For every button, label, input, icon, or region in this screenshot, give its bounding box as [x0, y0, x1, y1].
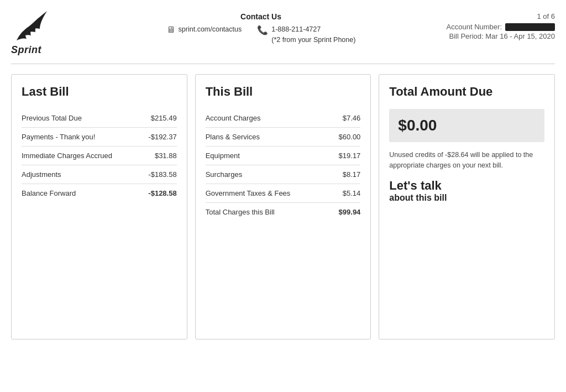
- this-bill-line: Plans & Services$60.00: [206, 128, 361, 147]
- bill-line-value: -$128.58: [148, 189, 176, 197]
- last-bill-line: Payments - Thank you!-$192.37: [22, 128, 177, 147]
- contact-web-text[interactable]: sprint.com/contactus: [179, 24, 242, 35]
- bill-line-label: Payments - Thank you!: [22, 133, 95, 141]
- last-bill-line: Adjustments-$183.58: [22, 165, 177, 184]
- contact-web-item: 🖥 sprint.com/contactus: [166, 24, 242, 35]
- bill-line-label: Total Charges this Bill: [206, 208, 275, 216]
- this-bill-line: Government Taxes & Fees$5.14: [206, 184, 361, 203]
- this-bill-line: Equipment$19.17: [206, 147, 361, 165]
- this-bill-card: This Bill Account Charges$7.46Plans & Se…: [195, 74, 371, 339]
- credits-note: Unused credits of -$28.64 will be applie…: [389, 150, 544, 171]
- bill-line-label: Government Taxes & Fees: [206, 189, 291, 197]
- this-bill-line: Total Charges this Bill$99.94: [206, 203, 361, 221]
- bill-period: Bill Period: Mar 16 - Apr 15, 2020: [449, 32, 555, 40]
- last-bill-card: Last Bill Previous Total Due$215.49Payme…: [11, 74, 187, 339]
- sprint-logo-icon: [11, 10, 50, 43]
- total-due-title: Total Amount Due: [389, 85, 544, 99]
- cards-row: Last Bill Previous Total Due$215.49Payme…: [11, 74, 555, 339]
- bill-line-value: -$183.58: [148, 170, 176, 179]
- contact-phone-item: 📞 1-888-211-4727 (*2 from your Sprint Ph…: [257, 24, 355, 45]
- bill-line-label: Account Charges: [206, 114, 261, 122]
- total-amount-box: $0.00: [389, 109, 544, 142]
- page-indicator: 1 of 6: [537, 12, 555, 20]
- last-bill-line: Previous Total Due$215.49: [22, 109, 177, 128]
- total-due-card: Total Amount Due $0.00 Unused credits of…: [379, 74, 555, 339]
- bill-line-value: $215.49: [151, 114, 177, 122]
- bill-line-value: $99.94: [339, 208, 361, 216]
- logo-area: Sprint: [11, 10, 88, 56]
- bill-line-label: Plans & Services: [206, 133, 260, 141]
- account-number-row: Account Number:: [447, 23, 555, 31]
- page-wrapper: Sprint Contact Us 🖥 sprint.com/contactus…: [0, 0, 566, 351]
- bill-line-label: Surcharges: [206, 170, 242, 179]
- contact-area: Contact Us 🖥 sprint.com/contactus 📞 1-88…: [88, 10, 433, 45]
- sprint-logo-text: Sprint: [11, 44, 41, 56]
- bill-line-value: $7.46: [343, 114, 361, 122]
- lets-talk-sub: about this bill: [389, 193, 544, 203]
- last-bill-lines: Previous Total Due$215.49Payments - Than…: [22, 109, 177, 202]
- page-header: Sprint Contact Us 🖥 sprint.com/contactus…: [11, 10, 555, 64]
- bill-line-label: Adjustments: [22, 170, 61, 179]
- phone-icon: 📞: [257, 25, 268, 35]
- last-bill-title: Last Bill: [22, 85, 177, 99]
- bill-line-label: Balance Forward: [22, 189, 76, 197]
- account-number-value: [505, 23, 555, 31]
- account-area: 1 of 6 Account Number: Bill Period: Mar …: [433, 10, 555, 40]
- contact-phone-note: (*2 from your Sprint Phone): [271, 35, 355, 45]
- lets-talk-heading: Let's talk: [389, 179, 544, 193]
- total-amount-value: $0.00: [398, 117, 437, 134]
- last-bill-line: Balance Forward-$128.58: [22, 184, 177, 202]
- bill-line-value: $8.17: [343, 170, 361, 179]
- bill-line-label: Previous Total Due: [22, 114, 82, 122]
- bill-line-value: $31.88: [155, 151, 177, 160]
- computer-icon: 🖥: [166, 25, 175, 35]
- bill-line-value: -$192.37: [148, 133, 176, 141]
- this-bill-line: Surcharges$8.17: [206, 165, 361, 184]
- account-number-label: Account Number:: [447, 23, 502, 31]
- this-bill-title: This Bill: [206, 85, 361, 99]
- contact-row: 🖥 sprint.com/contactus 📞 1-888-211-4727 …: [166, 24, 356, 45]
- bill-line-value: $60.00: [339, 133, 361, 141]
- bill-line-label: Immediate Charges Accrued: [22, 151, 112, 160]
- contact-title: Contact Us: [240, 12, 281, 21]
- bill-line-value: $19.17: [339, 151, 361, 160]
- bill-line-label: Equipment: [206, 151, 240, 160]
- last-bill-line: Immediate Charges Accrued$31.88: [22, 147, 177, 165]
- contact-phone-number: 1-888-211-4727: [271, 24, 355, 35]
- this-bill-line: Account Charges$7.46: [206, 109, 361, 128]
- this-bill-lines: Account Charges$7.46Plans & Services$60.…: [206, 109, 361, 221]
- bill-line-value: $5.14: [343, 189, 361, 197]
